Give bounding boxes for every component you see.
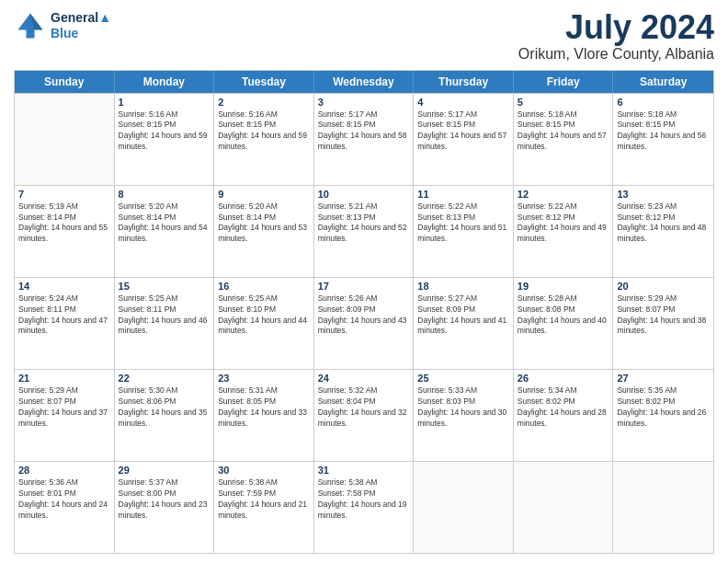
cell-info-line: Sunset: 8:14 PM <box>218 213 310 224</box>
day-cell-10: 10Sunrise: 5:21 AMSunset: 8:13 PMDayligh… <box>314 186 415 277</box>
day-number: 3 <box>318 97 410 108</box>
day-cell-16: 16Sunrise: 5:25 AMSunset: 8:10 PMDayligh… <box>214 278 314 369</box>
header-day-wednesday: Wednesday <box>314 71 415 93</box>
day-number: 8 <box>119 189 210 200</box>
cell-info-line: Sunrise: 5:38 AM <box>318 477 410 488</box>
day-cell-13: 13Sunrise: 5:23 AMSunset: 8:12 PMDayligh… <box>613 186 713 277</box>
cell-info-line: Sunrise: 5:31 AM <box>218 385 310 396</box>
cell-info-line: Sunset: 8:07 PM <box>617 304 710 316</box>
day-cell-11: 11Sunrise: 5:22 AMSunset: 8:13 PMDayligh… <box>414 186 514 277</box>
cell-info-line: Sunrise: 5:25 AM <box>119 293 210 304</box>
day-number: 1 <box>119 97 210 108</box>
cell-info-line: Sunset: 8:11 PM <box>18 304 110 316</box>
cell-info-line: Sunset: 8:15 PM <box>417 120 509 131</box>
cell-info-line: Sunrise: 5:20 AM <box>218 201 310 213</box>
day-number: 19 <box>518 281 609 292</box>
day-number: 18 <box>417 281 509 292</box>
day-cell-empty <box>414 462 514 553</box>
header-day-sunday: Sunday <box>15 71 115 93</box>
day-number: 9 <box>218 189 310 200</box>
day-number: 23 <box>218 373 310 384</box>
day-cell-25: 25Sunrise: 5:33 AMSunset: 8:03 PMDayligh… <box>414 370 514 461</box>
daylight-line: Daylight: 14 hours and 26 minutes. <box>617 408 710 430</box>
calendar-row-5: 28Sunrise: 5:36 AMSunset: 8:01 PMDayligh… <box>15 461 713 553</box>
day-cell-empty <box>613 462 713 553</box>
logo-icon <box>14 9 47 42</box>
daylight-line: Daylight: 14 hours and 32 minutes. <box>318 408 410 430</box>
calendar-body: 1Sunrise: 5:16 AMSunset: 8:15 PMDaylight… <box>15 93 713 553</box>
day-cell-24: 24Sunrise: 5:32 AMSunset: 8:04 PMDayligh… <box>314 370 415 461</box>
cell-info-line: Sunset: 8:14 PM <box>119 213 210 224</box>
header: General▲ Blue July 2024 Orikum, Vlore Co… <box>14 9 714 63</box>
calendar-row-1: 1Sunrise: 5:16 AMSunset: 8:15 PMDaylight… <box>15 93 713 185</box>
day-number: 13 <box>617 189 710 200</box>
daylight-line: Daylight: 14 hours and 23 minutes. <box>119 500 210 522</box>
day-cell-empty <box>15 94 115 185</box>
day-cell-18: 18Sunrise: 5:27 AMSunset: 8:09 PMDayligh… <box>414 278 514 369</box>
cell-info-line: Sunrise: 5:18 AM <box>617 109 710 121</box>
cell-info-line: Sunrise: 5:29 AM <box>617 293 710 304</box>
calendar: SundayMondayTuesdayWednesdayThursdayFrid… <box>14 70 714 554</box>
day-cell-26: 26Sunrise: 5:34 AMSunset: 8:02 PMDayligh… <box>514 370 614 461</box>
day-number: 2 <box>218 97 310 108</box>
day-cell-19: 19Sunrise: 5:28 AMSunset: 8:08 PMDayligh… <box>514 278 614 369</box>
day-cell-22: 22Sunrise: 5:30 AMSunset: 8:06 PMDayligh… <box>115 370 215 461</box>
day-number: 22 <box>119 373 210 384</box>
daylight-line: Daylight: 14 hours and 46 minutes. <box>119 316 210 338</box>
daylight-line: Daylight: 14 hours and 56 minutes. <box>617 131 710 153</box>
day-number: 26 <box>518 373 609 384</box>
cell-info-line: Sunrise: 5:18 AM <box>518 109 609 121</box>
cell-info-line: Sunset: 8:09 PM <box>318 304 410 316</box>
daylight-line: Daylight: 14 hours and 33 minutes. <box>218 408 310 430</box>
calendar-row-4: 21Sunrise: 5:29 AMSunset: 8:07 PMDayligh… <box>15 369 713 461</box>
cell-info-line: Sunrise: 5:27 AM <box>417 293 509 304</box>
day-cell-8: 8Sunrise: 5:20 AMSunset: 8:14 PMDaylight… <box>115 186 215 277</box>
calendar-row-3: 14Sunrise: 5:24 AMSunset: 8:11 PMDayligh… <box>15 277 713 369</box>
day-cell-2: 2Sunrise: 5:16 AMSunset: 8:15 PMDaylight… <box>214 94 314 185</box>
cell-info-line: Sunset: 8:10 PM <box>218 304 310 316</box>
day-number: 6 <box>617 97 710 108</box>
daylight-line: Daylight: 14 hours and 47 minutes. <box>18 316 110 338</box>
daylight-line: Daylight: 14 hours and 53 minutes. <box>218 223 310 245</box>
cell-info-line: Sunrise: 5:17 AM <box>417 109 509 121</box>
cell-info-line: Sunset: 8:15 PM <box>518 120 609 131</box>
cell-info-line: Sunrise: 5:22 AM <box>518 201 609 213</box>
cell-info-line: Sunrise: 5:21 AM <box>318 201 410 213</box>
day-cell-6: 6Sunrise: 5:18 AMSunset: 8:15 PMDaylight… <box>613 94 713 185</box>
day-number: 29 <box>119 465 210 476</box>
day-cell-20: 20Sunrise: 5:29 AMSunset: 8:07 PMDayligh… <box>613 278 713 369</box>
logo-text: General▲ Blue <box>51 10 111 41</box>
main-title: July 2024 <box>518 9 714 46</box>
cell-info-line: Sunrise: 5:30 AM <box>119 385 210 396</box>
cell-info-line: Sunset: 8:07 PM <box>18 396 110 408</box>
day-number: 12 <box>518 189 609 200</box>
cell-info-line: Sunrise: 5:26 AM <box>318 293 410 304</box>
day-cell-15: 15Sunrise: 5:25 AMSunset: 8:11 PMDayligh… <box>115 278 215 369</box>
daylight-line: Daylight: 14 hours and 30 minutes. <box>417 408 509 430</box>
daylight-line: Daylight: 14 hours and 57 minutes. <box>417 131 509 153</box>
cell-info-line: Sunrise: 5:33 AM <box>417 385 509 396</box>
daylight-line: Daylight: 14 hours and 19 minutes. <box>318 500 410 522</box>
header-day-saturday: Saturday <box>613 71 713 93</box>
day-number: 14 <box>18 281 110 292</box>
day-number: 24 <box>318 373 410 384</box>
day-cell-29: 29Sunrise: 5:37 AMSunset: 8:00 PMDayligh… <box>115 462 215 553</box>
daylight-line: Daylight: 14 hours and 40 minutes. <box>518 316 609 338</box>
daylight-line: Daylight: 14 hours and 59 minutes. <box>119 131 210 153</box>
day-number: 11 <box>417 189 509 200</box>
daylight-line: Daylight: 14 hours and 24 minutes. <box>18 500 110 522</box>
day-cell-4: 4Sunrise: 5:17 AMSunset: 8:15 PMDaylight… <box>414 94 514 185</box>
cell-info-line: Sunrise: 5:35 AM <box>617 385 710 396</box>
page: General▲ Blue July 2024 Orikum, Vlore Co… <box>0 0 728 563</box>
cell-info-line: Sunset: 8:12 PM <box>617 213 710 224</box>
cell-info-line: Sunset: 8:15 PM <box>617 120 710 131</box>
cell-info-line: Sunset: 8:15 PM <box>318 120 410 131</box>
day-number: 30 <box>218 465 310 476</box>
day-number: 27 <box>617 373 710 384</box>
daylight-line: Daylight: 14 hours and 52 minutes. <box>318 223 410 245</box>
cell-info-line: Sunset: 8:00 PM <box>119 488 210 500</box>
day-cell-28: 28Sunrise: 5:36 AMSunset: 8:01 PMDayligh… <box>15 462 115 553</box>
cell-info-line: Sunrise: 5:19 AM <box>18 201 110 213</box>
daylight-line: Daylight: 14 hours and 57 minutes. <box>518 131 609 153</box>
logo-line1: General▲ <box>51 10 111 26</box>
